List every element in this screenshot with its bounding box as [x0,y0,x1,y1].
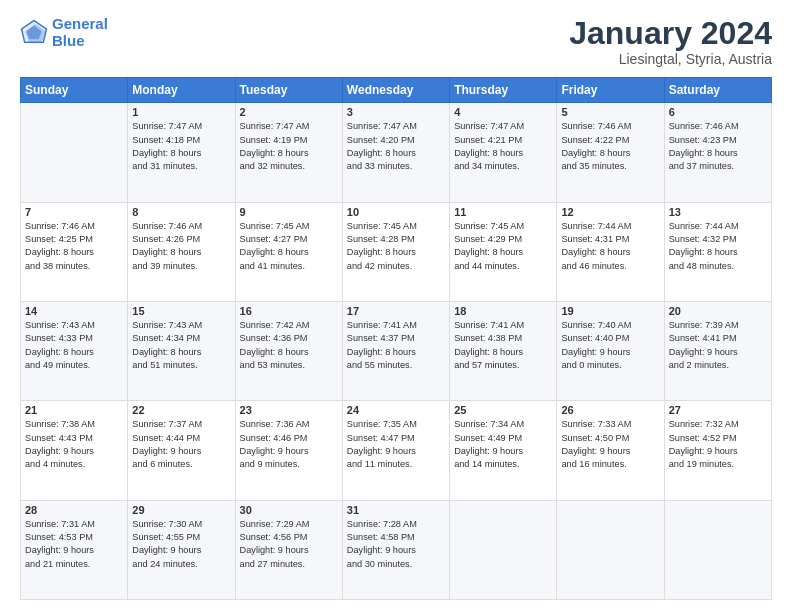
header: General Blue January 2024 Liesingtal, St… [20,16,772,67]
day-number: 11 [454,206,552,218]
day-number: 27 [669,404,767,416]
calendar-cell: 11Sunrise: 7:45 AMSunset: 4:29 PMDayligh… [450,202,557,301]
day-number: 29 [132,504,230,516]
calendar-cell: 14Sunrise: 7:43 AMSunset: 4:33 PMDayligh… [21,301,128,400]
calendar-cell: 24Sunrise: 7:35 AMSunset: 4:47 PMDayligh… [342,401,449,500]
main-title: January 2024 [569,16,772,51]
day-info: Sunrise: 7:47 AMSunset: 4:21 PMDaylight:… [454,120,552,173]
day-number: 6 [669,106,767,118]
calendar-week-row: 14Sunrise: 7:43 AMSunset: 4:33 PMDayligh… [21,301,772,400]
day-number: 25 [454,404,552,416]
calendar-cell: 27Sunrise: 7:32 AMSunset: 4:52 PMDayligh… [664,401,771,500]
day-number: 20 [669,305,767,317]
day-number: 24 [347,404,445,416]
calendar-cell: 3Sunrise: 7:47 AMSunset: 4:20 PMDaylight… [342,103,449,202]
calendar-cell: 2Sunrise: 7:47 AMSunset: 4:19 PMDaylight… [235,103,342,202]
calendar-week-row: 7Sunrise: 7:46 AMSunset: 4:25 PMDaylight… [21,202,772,301]
calendar-cell [21,103,128,202]
calendar-week-row: 21Sunrise: 7:38 AMSunset: 4:43 PMDayligh… [21,401,772,500]
day-info: Sunrise: 7:37 AMSunset: 4:44 PMDaylight:… [132,418,230,471]
calendar-cell: 25Sunrise: 7:34 AMSunset: 4:49 PMDayligh… [450,401,557,500]
day-number: 22 [132,404,230,416]
day-info: Sunrise: 7:40 AMSunset: 4:40 PMDaylight:… [561,319,659,372]
calendar-cell [450,500,557,599]
calendar-cell [557,500,664,599]
day-number: 16 [240,305,338,317]
calendar-cell: 30Sunrise: 7:29 AMSunset: 4:56 PMDayligh… [235,500,342,599]
calendar-cell: 23Sunrise: 7:36 AMSunset: 4:46 PMDayligh… [235,401,342,500]
day-info: Sunrise: 7:42 AMSunset: 4:36 PMDaylight:… [240,319,338,372]
calendar-week-row: 1Sunrise: 7:47 AMSunset: 4:18 PMDaylight… [21,103,772,202]
calendar-cell: 8Sunrise: 7:46 AMSunset: 4:26 PMDaylight… [128,202,235,301]
calendar-header-monday: Monday [128,78,235,103]
day-number: 5 [561,106,659,118]
day-info: Sunrise: 7:46 AMSunset: 4:26 PMDaylight:… [132,220,230,273]
calendar-header-sunday: Sunday [21,78,128,103]
day-info: Sunrise: 7:47 AMSunset: 4:20 PMDaylight:… [347,120,445,173]
calendar-cell: 6Sunrise: 7:46 AMSunset: 4:23 PMDaylight… [664,103,771,202]
day-info: Sunrise: 7:44 AMSunset: 4:31 PMDaylight:… [561,220,659,273]
day-info: Sunrise: 7:45 AMSunset: 4:28 PMDaylight:… [347,220,445,273]
day-number: 17 [347,305,445,317]
page: General Blue January 2024 Liesingtal, St… [0,0,792,612]
day-info: Sunrise: 7:39 AMSunset: 4:41 PMDaylight:… [669,319,767,372]
subtitle: Liesingtal, Styria, Austria [569,51,772,67]
calendar-header-friday: Friday [557,78,664,103]
day-number: 2 [240,106,338,118]
day-number: 7 [25,206,123,218]
calendar-cell: 31Sunrise: 7:28 AMSunset: 4:58 PMDayligh… [342,500,449,599]
calendar-cell: 17Sunrise: 7:41 AMSunset: 4:37 PMDayligh… [342,301,449,400]
day-number: 28 [25,504,123,516]
day-info: Sunrise: 7:38 AMSunset: 4:43 PMDaylight:… [25,418,123,471]
day-number: 18 [454,305,552,317]
calendar-cell: 13Sunrise: 7:44 AMSunset: 4:32 PMDayligh… [664,202,771,301]
day-info: Sunrise: 7:30 AMSunset: 4:55 PMDaylight:… [132,518,230,571]
day-info: Sunrise: 7:29 AMSunset: 4:56 PMDaylight:… [240,518,338,571]
calendar-cell: 18Sunrise: 7:41 AMSunset: 4:38 PMDayligh… [450,301,557,400]
calendar-cell: 5Sunrise: 7:46 AMSunset: 4:22 PMDaylight… [557,103,664,202]
day-info: Sunrise: 7:45 AMSunset: 4:27 PMDaylight:… [240,220,338,273]
logo: General Blue [20,16,108,49]
calendar-header-wednesday: Wednesday [342,78,449,103]
calendar-cell: 28Sunrise: 7:31 AMSunset: 4:53 PMDayligh… [21,500,128,599]
day-number: 13 [669,206,767,218]
calendar-header-thursday: Thursday [450,78,557,103]
day-info: Sunrise: 7:44 AMSunset: 4:32 PMDaylight:… [669,220,767,273]
day-number: 1 [132,106,230,118]
calendar-cell: 21Sunrise: 7:38 AMSunset: 4:43 PMDayligh… [21,401,128,500]
calendar-header-saturday: Saturday [664,78,771,103]
logo-icon [20,19,48,47]
day-number: 10 [347,206,445,218]
calendar-cell: 15Sunrise: 7:43 AMSunset: 4:34 PMDayligh… [128,301,235,400]
day-info: Sunrise: 7:41 AMSunset: 4:38 PMDaylight:… [454,319,552,372]
calendar-cell: 1Sunrise: 7:47 AMSunset: 4:18 PMDaylight… [128,103,235,202]
calendar-header-row: SundayMondayTuesdayWednesdayThursdayFrid… [21,78,772,103]
calendar-cell: 29Sunrise: 7:30 AMSunset: 4:55 PMDayligh… [128,500,235,599]
day-info: Sunrise: 7:28 AMSunset: 4:58 PMDaylight:… [347,518,445,571]
day-number: 14 [25,305,123,317]
day-number: 21 [25,404,123,416]
day-info: Sunrise: 7:36 AMSunset: 4:46 PMDaylight:… [240,418,338,471]
calendar-cell: 10Sunrise: 7:45 AMSunset: 4:28 PMDayligh… [342,202,449,301]
calendar-cell [664,500,771,599]
calendar-week-row: 28Sunrise: 7:31 AMSunset: 4:53 PMDayligh… [21,500,772,599]
day-number: 15 [132,305,230,317]
day-info: Sunrise: 7:41 AMSunset: 4:37 PMDaylight:… [347,319,445,372]
logo-text: General Blue [52,16,108,49]
day-number: 26 [561,404,659,416]
day-number: 4 [454,106,552,118]
calendar-cell: 9Sunrise: 7:45 AMSunset: 4:27 PMDaylight… [235,202,342,301]
day-info: Sunrise: 7:32 AMSunset: 4:52 PMDaylight:… [669,418,767,471]
calendar-cell: 19Sunrise: 7:40 AMSunset: 4:40 PMDayligh… [557,301,664,400]
day-info: Sunrise: 7:46 AMSunset: 4:23 PMDaylight:… [669,120,767,173]
day-info: Sunrise: 7:33 AMSunset: 4:50 PMDaylight:… [561,418,659,471]
day-info: Sunrise: 7:46 AMSunset: 4:22 PMDaylight:… [561,120,659,173]
day-info: Sunrise: 7:46 AMSunset: 4:25 PMDaylight:… [25,220,123,273]
calendar-header-tuesday: Tuesday [235,78,342,103]
day-info: Sunrise: 7:34 AMSunset: 4:49 PMDaylight:… [454,418,552,471]
day-number: 23 [240,404,338,416]
day-info: Sunrise: 7:43 AMSunset: 4:33 PMDaylight:… [25,319,123,372]
day-number: 31 [347,504,445,516]
day-number: 8 [132,206,230,218]
title-block: January 2024 Liesingtal, Styria, Austria [569,16,772,67]
